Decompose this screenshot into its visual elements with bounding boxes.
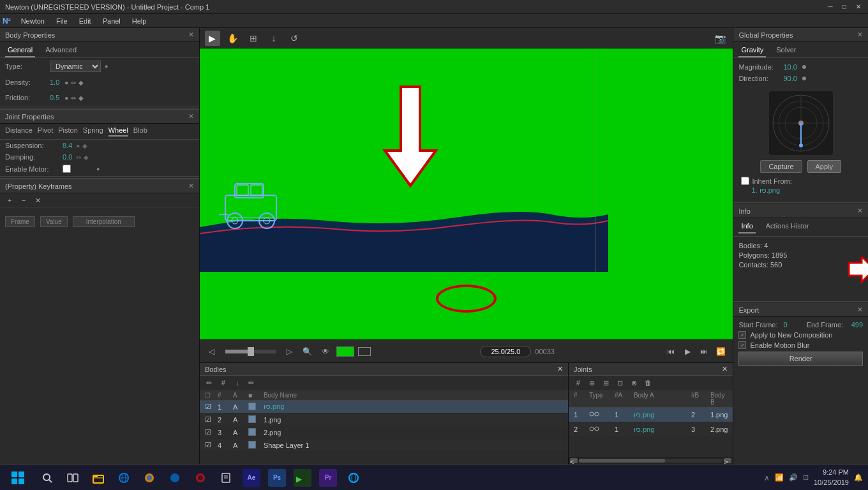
rotate-tool[interactable]: ↺ <box>287 31 302 46</box>
menu-file[interactable]: File <box>51 16 73 26</box>
enable-motor-checkbox[interactable] <box>63 165 71 173</box>
pan-tool[interactable]: ✋ <box>225 31 241 46</box>
apply-button[interactable]: Apply <box>807 160 842 173</box>
tab-advanced[interactable]: Advanced <box>43 45 79 57</box>
gravity-circle[interactable] <box>769 91 833 155</box>
bodies-close[interactable]: ✕ <box>557 365 563 373</box>
start-frame-value[interactable]: 0 <box>783 321 787 329</box>
type-dropdown[interactable]: Dynamic Static Kinematic <box>50 61 101 72</box>
bodies-num-icon[interactable]: # <box>218 377 229 389</box>
maximize-button[interactable]: □ <box>840 3 849 11</box>
tab-pivot[interactable]: Pivot <box>38 126 53 137</box>
global-properties-close[interactable]: ✕ <box>857 31 863 39</box>
taskbar-ae[interactable]: Ae <box>240 468 263 488</box>
motion-blur-checkbox[interactable]: ✓ <box>738 341 746 349</box>
scroll-right-btn[interactable]: > <box>724 458 731 463</box>
move-tool[interactable]: ↓ <box>266 31 281 46</box>
joint-row-1[interactable]: 1 1 כיו.png 2 1.png <box>569 408 733 422</box>
taskbar-pr[interactable]: Pr <box>317 468 340 488</box>
end-frame-value[interactable]: 499 <box>851 321 863 329</box>
go-to-start-button[interactable]: ⏮ <box>664 345 678 359</box>
step-forward-button[interactable]: ⏭ <box>697 345 711 359</box>
grid-tool[interactable]: ⊞ <box>246 31 261 46</box>
viewport[interactable] <box>200 48 733 339</box>
timeline-slider[interactable] <box>225 350 276 353</box>
taskbar-language[interactable] <box>342 468 365 488</box>
friction-value[interactable]: 0.5 <box>50 94 59 101</box>
damping-value[interactable]: 0.0 <box>63 153 72 161</box>
taskbar-ps[interactable]: Ps <box>266 468 288 488</box>
inherit-from-checkbox[interactable] <box>741 177 749 185</box>
camera-button[interactable]: 📷 <box>712 31 728 46</box>
tab-gravity[interactable]: Gravity <box>738 45 766 57</box>
zoom-in-button[interactable]: ▷ <box>283 345 297 359</box>
tab-wheel[interactable]: Wheel <box>108 126 128 137</box>
bodies-pencil-icon[interactable]: ✏ <box>246 377 257 389</box>
body-row-4[interactable]: ☑ 4 A Shape Layer 1 <box>200 439 568 452</box>
minimize-button[interactable]: ─ <box>826 3 835 11</box>
kf-delete-button[interactable]: ✕ <box>32 195 43 206</box>
suspension-value[interactable]: 8.4 <box>63 142 72 149</box>
taskbar-motion[interactable]: ▶ <box>291 468 314 488</box>
taskbar-opera[interactable] <box>189 468 212 488</box>
tray-network[interactable]: 📶 <box>775 473 784 482</box>
value-input[interactable]: Value <box>40 216 68 227</box>
play-button[interactable]: ▶ <box>680 345 694 359</box>
info-close[interactable]: ✕ <box>857 207 863 215</box>
zoom-out-button[interactable]: ◁ <box>205 345 219 359</box>
taskbar-edge[interactable] <box>163 468 186 488</box>
row1-check[interactable]: ☑ <box>202 403 215 411</box>
tab-blob[interactable]: Blob <box>133 126 147 137</box>
kf-add-button[interactable]: + <box>4 195 15 206</box>
close-button[interactable]: ✕ <box>854 3 863 11</box>
joints-close[interactable]: ✕ <box>722 365 728 373</box>
frame-counter[interactable]: 25.0/25.0 <box>480 346 531 357</box>
tab-piston[interactable]: Piston <box>58 126 78 137</box>
color-swatch[interactable] <box>336 346 354 357</box>
tab-info[interactable]: Info <box>738 221 755 234</box>
tab-actions-history[interactable]: Actions Histor <box>763 221 812 234</box>
loop-button[interactable]: 🔁 <box>714 345 728 359</box>
taskbar-browser[interactable] <box>112 468 135 488</box>
interpolation-input[interactable]: Interpolation <box>73 216 135 227</box>
scroll-left-btn[interactable]: < <box>570 458 578 463</box>
keyframes-close[interactable]: ✕ <box>188 182 194 190</box>
joint-row-2[interactable]: 2 1 כיו.png 3 2.png <box>569 422 733 437</box>
view-button[interactable]: 👁 <box>318 345 333 359</box>
frame-input[interactable]: Frame <box>5 216 35 227</box>
apply-composition-checkbox[interactable]: ✓ <box>738 331 746 339</box>
taskbar-notes[interactable] <box>214 468 237 488</box>
body-row-2[interactable]: ☑ 2 A 1.png <box>200 413 568 426</box>
rect-tool-btn[interactable] <box>358 347 371 356</box>
body-properties-close[interactable]: ✕ <box>188 31 194 39</box>
body-row-1[interactable]: ☑ 1 A כיו.png <box>200 401 568 413</box>
tab-distance[interactable]: Distance <box>5 126 33 137</box>
row2-check[interactable]: ☑ <box>202 415 215 424</box>
joint-tool4[interactable]: ⊡ <box>615 377 626 389</box>
taskbar-taskview[interactable] <box>61 468 84 488</box>
joint-tool3[interactable]: ⊞ <box>601 377 612 389</box>
tab-solver[interactable]: Solver <box>774 45 798 57</box>
magnitude-value[interactable]: 10.0 <box>783 63 797 71</box>
tray-battery[interactable]: ⊡ <box>803 473 809 482</box>
render-button[interactable]: Render <box>738 352 863 366</box>
tab-spring[interactable]: Spring <box>83 126 103 137</box>
menu-newton[interactable]: Newton <box>16 16 50 26</box>
tray-volume[interactable]: 🔊 <box>789 473 798 482</box>
select-tool[interactable]: ▶ <box>205 31 220 46</box>
density-value[interactable]: 1.0 <box>50 78 59 86</box>
kf-remove-button[interactable]: − <box>18 195 29 206</box>
joint-tool2[interactable]: ⊕ <box>587 377 598 389</box>
menu-help[interactable]: Help <box>127 16 152 26</box>
row4-check[interactable]: ☑ <box>202 441 215 449</box>
timeline-handle[interactable] <box>248 347 254 356</box>
joint-tool1[interactable]: # <box>572 377 584 389</box>
body-row-3[interactable]: ☑ 3 A 2.png <box>200 426 568 439</box>
capture-button[interactable]: Capture <box>760 160 802 173</box>
taskbar-explorer[interactable] <box>87 468 110 488</box>
menu-panel[interactable]: Panel <box>98 16 126 26</box>
joint-properties-close[interactable]: ✕ <box>188 112 194 121</box>
taskbar-firefox[interactable] <box>138 468 161 488</box>
joint-delete[interactable]: 🗑 <box>643 377 654 389</box>
bodies-edit-icon[interactable]: ✏ <box>204 377 215 389</box>
